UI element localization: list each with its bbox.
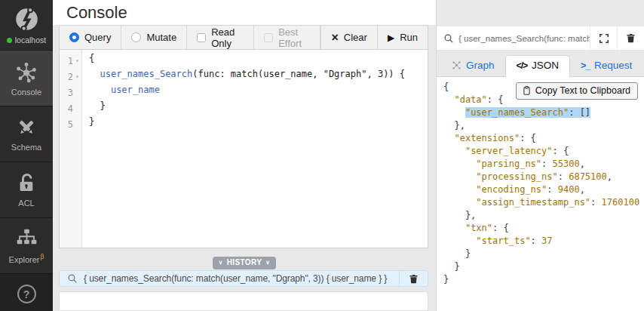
sidebar-item-explorer[interactable]: Explorerβ	[0, 217, 53, 273]
chevron-down-icon: ∨	[265, 259, 270, 266]
fullscreen-icon	[599, 33, 609, 44]
json-line: "extensions": {	[443, 133, 644, 146]
query-toolbar: Query Mutate Read Only Best Effort ×	[60, 26, 428, 50]
query-editor[interactable]: 1▾2▾345 { user_names_Search(func: match(…	[60, 50, 428, 248]
fold-arrow-icon[interactable]: ▾	[73, 57, 81, 64]
search-icon	[443, 33, 454, 44]
copy-to-clipboard-button[interactable]: Copy Text to Clipboard	[516, 82, 638, 100]
history-item[interactable]	[59, 291, 428, 311]
json-line: "encoding_ns": 9400,	[443, 184, 644, 197]
code-line: {	[89, 53, 428, 69]
json-output-area: Copy Text to Clipboard { "data": { "user…	[437, 77, 644, 311]
sidebar-item-acl[interactable]: ACL	[0, 162, 53, 217]
query-code[interactable]: { user_names_Search(func: match(user_nam…	[82, 50, 428, 248]
line-number: 2	[68, 72, 73, 82]
history-item[interactable]: { user_names_Search(func: match(user_nam…	[59, 270, 428, 287]
checkbox-icon	[197, 33, 206, 42]
run-play-icon: ▶	[388, 33, 394, 42]
gutter-line: 4	[60, 100, 81, 116]
line-number: 4	[68, 103, 73, 114]
sidebar-help-area: ?	[0, 273, 53, 311]
run-button[interactable]: ▶ Run	[378, 26, 428, 49]
json-line: }	[443, 248, 644, 261]
json-line: "assign_timestamp_ns": 1760100	[443, 197, 644, 210]
json-line: "processing_ns": 6875100,	[443, 171, 644, 184]
json-output: { "data": { "user_names_Search": [] }, "…	[443, 82, 644, 287]
tab-request[interactable]: >_ Request	[570, 56, 642, 76]
query-panel: Query Mutate Read Only Best Effort ×	[59, 25, 428, 248]
tab-graph[interactable]: Graph	[441, 56, 505, 76]
json-line: "txn": {	[443, 223, 644, 236]
read-only-checkbox[interactable]: Read Only	[187, 26, 254, 49]
code-line: user_name	[89, 85, 428, 100]
code-line: user_names_Search(func: match(user_name,…	[89, 69, 428, 85]
editor-gutter: 1▾2▾345	[60, 50, 82, 248]
radio-unchecked-icon	[131, 32, 141, 42]
results-query-summary: { user_names_Search(func: match(...	[458, 34, 590, 43]
page-header: Console	[53, 0, 436, 25]
clear-x-icon: ×	[331, 32, 338, 44]
sidebar: localhost Console	[0, 0, 53, 311]
console-graph-icon	[14, 60, 38, 84]
explorer-sitemap-icon	[16, 227, 38, 249]
server-status-dot	[7, 38, 12, 43]
clear-results-button[interactable]	[617, 26, 644, 50]
acl-lock-icon	[16, 173, 38, 195]
clipboard-icon	[522, 85, 532, 96]
gutter-line: 5	[60, 116, 81, 132]
json-line: "parsing_ns": 55300,	[443, 159, 644, 171]
radio-checked-icon	[69, 32, 79, 42]
results-header: { user_names_Search(func: match(...	[437, 26, 644, 51]
json-line: }	[443, 274, 644, 287]
page-title: Console	[53, 0, 436, 23]
sidebar-server[interactable]: localhost	[0, 0, 53, 50]
help-button[interactable]: ?	[17, 285, 36, 303]
results-top-spacer	[437, 0, 644, 26]
line-number: 3	[68, 88, 73, 98]
best-effort-checkbox: Best Effort	[254, 26, 320, 49]
ratel-console-app: localhost Console	[0, 0, 644, 311]
help-icon: ?	[23, 288, 30, 300]
results-panel: { user_names_Search(func: match(...	[436, 0, 644, 311]
results-tabs: Graph </> JSON >_ Request	[437, 54, 644, 77]
sidebar-item-label: Explorerβ	[9, 253, 44, 264]
trash-icon	[625, 32, 636, 44]
graph-network-icon	[452, 60, 462, 70]
mode-mutate-radio[interactable]: Mutate	[121, 26, 187, 49]
trash-icon	[408, 273, 419, 285]
sidebar-item-label: ACL	[18, 199, 34, 208]
main-panel: Console Query Mutate Read Only Best	[53, 0, 436, 311]
gutter-line: 1▾	[60, 53, 81, 69]
history-query-text: { user_names_Search(func: match(user_nam…	[84, 273, 399, 284]
schema-tools-icon	[15, 116, 38, 139]
clear-button[interactable]: × Clear	[321, 26, 377, 49]
tab-json[interactable]: </> JSON	[505, 55, 571, 77]
json-line: }	[443, 261, 644, 274]
json-line: "server_latency": {	[443, 146, 644, 159]
sidebar-item-label: Schema	[11, 143, 41, 152]
code-line: }	[89, 116, 428, 132]
dgraph-logo-icon	[13, 5, 41, 33]
code-brackets-icon: </>	[517, 60, 527, 71]
json-line: "user_names_Search": []	[443, 107, 644, 120]
json-line: "start_ts": 37	[443, 236, 644, 248]
search-icon	[67, 273, 78, 284]
sidebar-item-console[interactable]: Console	[0, 50, 53, 106]
chevron-down-icon: ∨	[219, 259, 223, 266]
history-divider: ∨ HISTORY ∨	[53, 254, 436, 266]
json-line: },	[443, 120, 644, 133]
gutter-line: 3	[60, 85, 81, 100]
json-line: },	[443, 210, 644, 223]
line-number: 1	[68, 56, 73, 66]
gutter-line: 2▾	[60, 69, 81, 85]
code-line: }	[89, 100, 428, 116]
sidebar-item-schema[interactable]: Schema	[0, 106, 53, 162]
fullscreen-button[interactable]	[590, 26, 617, 50]
history-toggle[interactable]: ∨ HISTORY ∨	[213, 257, 276, 269]
delete-history-button[interactable]	[399, 271, 428, 286]
sidebar-item-label: Console	[11, 88, 41, 97]
checkbox-disabled-icon	[264, 33, 273, 42]
mode-query-radio[interactable]: Query	[60, 26, 121, 49]
fold-arrow-icon[interactable]: ▾	[73, 73, 81, 80]
line-number: 5	[68, 119, 73, 130]
